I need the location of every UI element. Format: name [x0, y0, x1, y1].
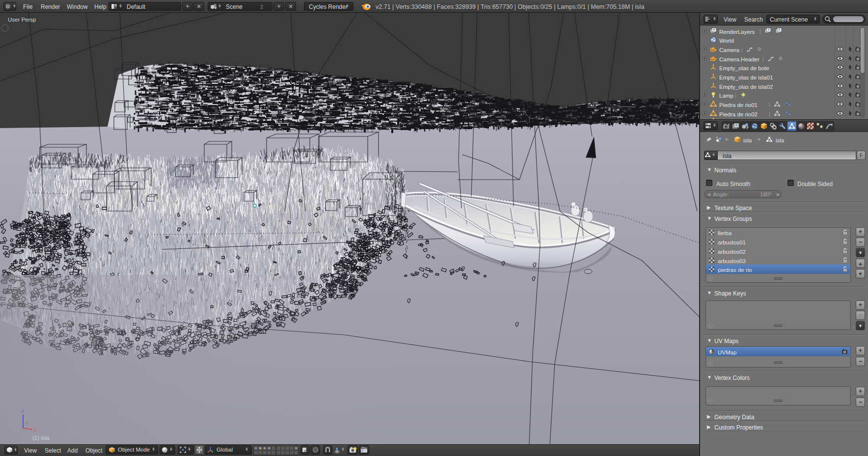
svg-text:z: z: [22, 409, 24, 414]
svg-text:(1) isla: (1) isla: [32, 435, 50, 441]
svg-text:y: y: [26, 420, 28, 425]
svg-text:x: x: [34, 428, 36, 432]
svg-text:User Persp: User Persp: [8, 17, 36, 23]
